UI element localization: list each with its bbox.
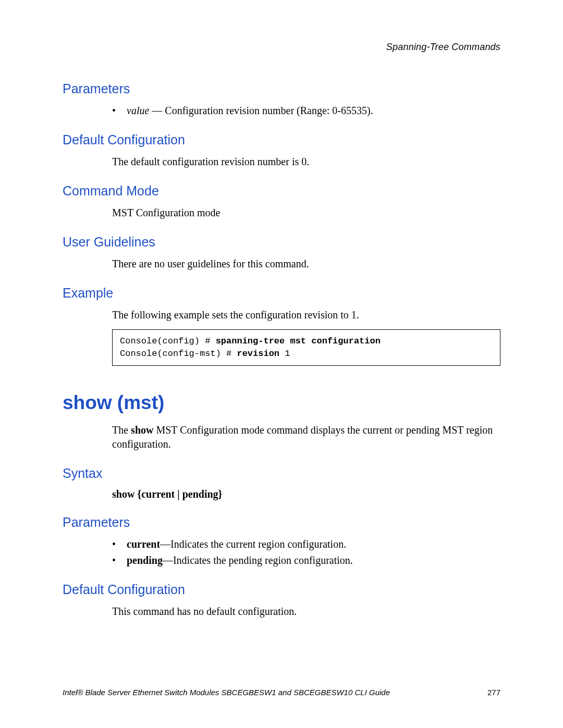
list-item-text: current—Indicates the current region con… xyxy=(127,537,346,551)
code-prompt-1: Console(config) # xyxy=(120,336,216,346)
bullet-icon: • xyxy=(112,553,127,567)
list-item-text: value — Configuration revision number (R… xyxy=(127,104,373,118)
syntax-line: show {current | pending} xyxy=(112,488,500,500)
page-number: 277 xyxy=(487,688,500,697)
param-name: current xyxy=(127,538,160,550)
list-item: • value — Configuration revision number … xyxy=(112,104,500,118)
heading-user-guidelines: User Guidelines xyxy=(63,235,500,250)
command-title-show-mst: show (mst) xyxy=(63,392,500,414)
bullet-icon: • xyxy=(112,104,127,118)
code-block: Console(config) # spanning-tree mst conf… xyxy=(112,329,500,366)
default2-body: This command has no default configuratio… xyxy=(112,604,500,619)
page-header: Spanning-Tree Commands xyxy=(63,42,500,53)
heading-default-config-1: Default Configuration xyxy=(63,132,500,147)
param-desc: —Indicates the pending region configurat… xyxy=(163,554,353,566)
heading-default-config-2: Default Configuration xyxy=(63,582,500,597)
bullet-icon: • xyxy=(112,537,127,551)
intro-pre: The xyxy=(112,424,131,436)
param-name: pending xyxy=(127,554,163,566)
default1-body: The default configuration revision numbe… xyxy=(112,155,500,169)
list-item-text: pending—Indicates the pending region con… xyxy=(127,553,353,567)
code-cmd-2: revision xyxy=(237,349,285,359)
intro-post: MST Configuration mode command displays … xyxy=(112,424,493,450)
heading-command-mode: Command Mode xyxy=(63,183,500,199)
code-prompt-2: Console(config-mst) # xyxy=(120,349,237,359)
cmdmode-body: MST Configuration mode xyxy=(112,206,500,220)
code-arg-2: 1 xyxy=(285,349,290,359)
userguide-body: There are no user guidelines for this co… xyxy=(112,257,500,271)
heading-syntax: Syntax xyxy=(63,466,500,481)
code-cmd-1: spanning-tree mst configuration xyxy=(216,336,381,346)
param-desc: — Configuration revision number (Range: … xyxy=(149,105,373,116)
list-item: • pending—Indicates the pending region c… xyxy=(112,553,500,567)
page: Spanning-Tree Commands Parameters • valu… xyxy=(0,0,563,728)
param-name: value xyxy=(127,105,149,116)
heading-parameters-2: Parameters xyxy=(63,515,500,530)
heading-parameters-1: Parameters xyxy=(63,81,500,96)
list-item: • current—Indicates the current region c… xyxy=(112,537,500,551)
param-desc: —Indicates the current region configurat… xyxy=(160,538,346,550)
example-body: The following example sets the configura… xyxy=(112,308,500,322)
intro-strong: show xyxy=(131,424,153,436)
page-footer: Intel® Blade Server Ethernet Switch Modu… xyxy=(63,688,500,697)
parameters2-list: • current—Indicates the current region c… xyxy=(112,537,500,567)
footer-text: Intel® Blade Server Ethernet Switch Modu… xyxy=(63,688,390,697)
showmst-intro: The show MST Configuration mode command … xyxy=(112,423,500,451)
parameters1-list: • value — Configuration revision number … xyxy=(112,104,500,118)
heading-example: Example xyxy=(63,286,500,301)
